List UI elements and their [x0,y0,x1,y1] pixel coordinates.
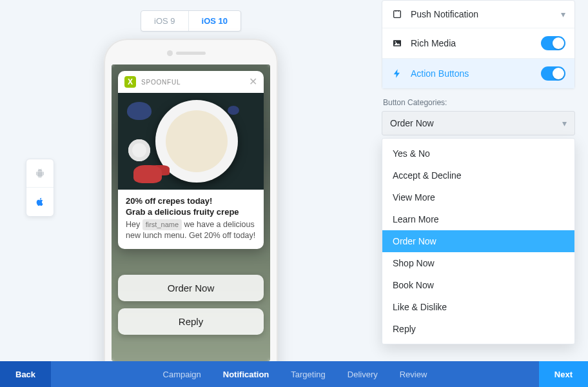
phone-screen: X SPOONFUL ✕ 20% off crepes today! Grab … [112,64,270,361]
platform-android[interactable] [26,159,54,188]
platform-switcher [26,159,54,217]
tab-ios9-label: iOS 9 [154,16,175,26]
platform-ios[interactable] [26,188,54,216]
category-option[interactable]: Shop Now [382,252,574,274]
android-icon [34,168,46,179]
notification-text-pre: Hey [126,220,142,229]
media-plate [155,100,238,183]
close-icon[interactable]: ✕ [249,77,257,87]
back-button[interactable]: Back [0,361,51,387]
settings-panel: Push Notification ▾ Rich Media Action Bu… [382,0,575,89]
apple-icon [34,196,46,208]
app-badge-icon: X [124,76,136,88]
media-berries-small [228,106,239,115]
media-crepe [172,117,221,166]
notification-media [118,93,264,190]
svg-point-3 [395,41,396,43]
push-icon [391,8,403,20]
push-label: Push Notification [411,9,553,19]
wizard-step[interactable]: Campaign [163,370,201,379]
chevron-down-icon: ▾ [561,9,565,19]
settings-sidebar: Push Notification ▾ Rich Media Action Bu… [382,0,575,361]
category-select[interactable]: Order Now ▾ [382,111,575,135]
svg-rect-0 [394,11,401,18]
wizard-step[interactable]: Notification [223,370,270,379]
back-button-label: Back [15,370,35,379]
category-dropdown: Yes & NoAccept & DeclineView MoreLearn M… [382,138,575,344]
setting-action-buttons[interactable]: Action Buttons [382,59,574,88]
category-option[interactable]: Accept & Decline [382,164,574,186]
media-cup [128,139,150,161]
chevron-down-icon: ▾ [562,118,567,128]
notification-header: X SPOONFUL ✕ [118,71,264,93]
image-icon [391,37,403,49]
wizard-footer: Back CampaignNotificationTargetingDelive… [0,361,588,387]
category-option[interactable]: Reply [382,318,574,340]
wizard-step[interactable]: Delivery [348,370,378,379]
notification-action-secondary[interactable]: Reply [118,308,264,335]
category-option[interactable]: View More [382,186,574,208]
button-categories-label: Button Categories: [383,98,574,107]
tab-ios9[interactable]: iOS 9 [141,11,189,31]
notification-card: X SPOONFUL ✕ 20% off crepes today! Grab … [118,71,264,249]
setting-rich-media[interactable]: Rich Media [382,28,574,59]
setting-push-notification[interactable]: Push Notification ▾ [382,1,574,28]
action-buttons-label: Action Buttons [411,68,533,79]
category-option[interactable]: Learn More [382,208,574,230]
notification-text: Hey first_name we have a delicious new l… [126,219,256,241]
wizard-step[interactable]: Review [400,370,427,379]
media-berries [127,102,152,120]
os-version-tabs: iOS 9 iOS 10 [141,10,241,32]
next-button[interactable]: Next [539,361,588,387]
category-option[interactable]: Yes & No [382,143,574,164]
media-strawberries [133,165,162,183]
app-badge-letter: X [128,77,133,86]
notification-body: 20% off crepes today! Grab a delicious f… [118,190,264,249]
merge-token: first_name [142,219,182,230]
action-buttons-toggle[interactable] [541,66,565,81]
tab-ios10-label: iOS 10 [202,16,228,26]
wizard-steps: CampaignNotificationTargetingDeliveryRev… [51,361,539,387]
category-option[interactable]: Book Now [382,274,574,296]
notification-action-primary[interactable]: Order Now [118,275,264,301]
category-select-value: Order Now [390,118,434,128]
lightning-icon [391,68,403,79]
action-primary-label: Order Now [168,283,215,293]
rich-media-toggle[interactable] [541,36,565,50]
next-button-label: Next [554,370,573,379]
wizard-step[interactable]: Targeting [291,370,325,379]
rich-media-label: Rich Media [411,38,533,48]
notification-title: 20% off crepes today! [126,196,256,206]
action-secondary-label: Reply [179,316,203,327]
tab-ios10[interactable]: iOS 10 [189,11,240,31]
category-option[interactable]: Order Now [382,230,574,252]
phone-speaker [176,52,206,55]
notification-subtitle: Grab a delicious fruity crepe [126,207,256,217]
app-name-label: SPOONFUL [141,79,244,86]
phone-frame: X SPOONFUL ✕ 20% off crepes today! Grab … [104,39,278,387]
preview-canvas: iOS 9 iOS 10 X SPOONFUL ✕ [0,0,382,361]
category-option[interactable]: Like & Dislike [382,296,574,318]
phone-camera-dot [167,50,173,56]
